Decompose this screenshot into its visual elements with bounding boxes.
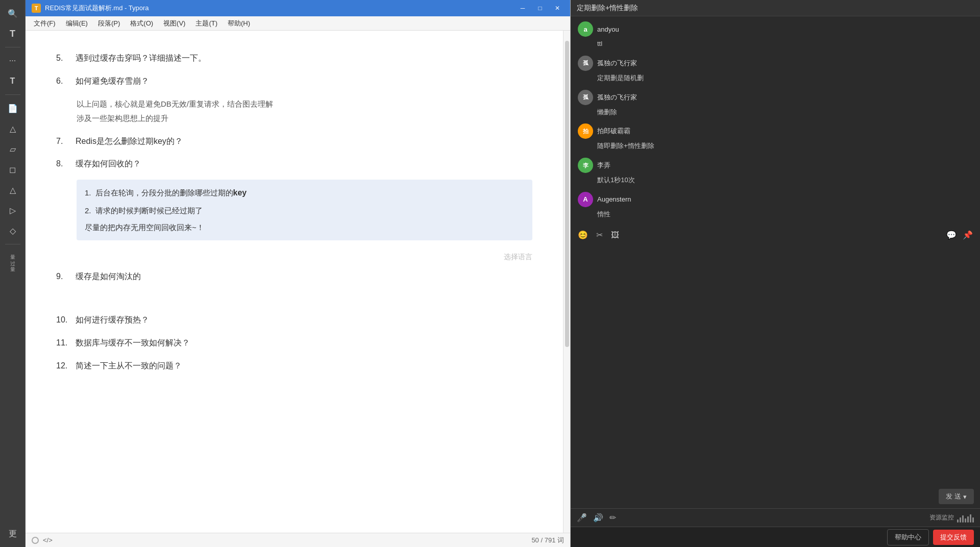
highlight-item-2-text: 请求的时候判断时候已经过期了 bbox=[95, 204, 203, 217]
toolbar-shape6-icon[interactable]: ◇ bbox=[4, 221, 22, 240]
content-item-10: 10. 如何进行缓存预热？ bbox=[56, 313, 532, 328]
item-9-text: 缓存是如何淘汰的 bbox=[76, 269, 141, 284]
right-panel-status-bar: 🎤 🔊 ✏ 资源监控 bbox=[571, 508, 980, 527]
content-item-12: 12. 简述一下主从不一致的问题？ bbox=[56, 359, 532, 374]
item-8-text: 缓存如何回收的？ bbox=[76, 157, 141, 171]
indent-block: 以上问题，核心就是避免DB无效/重复请求，结合图去理解 涉及一些架构思想上的提升 bbox=[77, 97, 532, 126]
toolbar-shape3-icon[interactable]: ◻ bbox=[4, 160, 22, 179]
menu-bar: 文件(F) 编辑(E) 段落(P) 格式(O) 视图(V) 主题(T) 帮助(H… bbox=[26, 16, 570, 31]
chat-tool-icons: 😊 ✂ 🖼 💬 📌 bbox=[578, 226, 973, 244]
toolbar-divider bbox=[5, 47, 20, 47]
toolbar-text-icon[interactable]: T bbox=[4, 24, 22, 43]
username-gudu1: 孤独の飞行家 bbox=[597, 59, 637, 68]
logo-letter: T bbox=[35, 5, 38, 11]
chat-header-linong: 李 李弄 bbox=[578, 158, 973, 173]
toolbar-shape4-icon[interactable]: △ bbox=[4, 181, 22, 199]
highlight-item-1-num: 1. bbox=[85, 186, 91, 201]
status-bar: </> 50 / 791 词 bbox=[26, 533, 570, 547]
item-5-text: 遇到过缓存击穿吗？详细描述一下。 bbox=[76, 51, 206, 66]
image-icon[interactable]: 🖼 bbox=[611, 231, 619, 240]
menu-theme[interactable]: 主题(T) bbox=[191, 17, 222, 30]
toolbar-bottom-icon[interactable]: 更 bbox=[4, 525, 22, 543]
select-language-placeholder[interactable]: 选择语言 bbox=[56, 248, 532, 265]
scissors-icon[interactable]: ✂ bbox=[596, 230, 603, 240]
chat-area[interactable]: a andyou ttl 孤 孤独の飞行家 定期删是随机删 孤 孤独の飞行家 懒… bbox=[571, 16, 980, 485]
status-code-icon[interactable]: </> bbox=[43, 536, 53, 544]
item-12-text: 简述一下主从不一致的问题？ bbox=[76, 359, 182, 374]
toolbar-format-icon[interactable]: T bbox=[4, 72, 22, 90]
content-item-11: 11. 数据库与缓存不一致如何解决？ bbox=[56, 336, 532, 351]
left-toolbar: 🔍 T ··· T 📄 △ ▱ ◻ △ ▷ ◇ 量 过 量 更 bbox=[0, 0, 26, 547]
chat-item-paibaba: 拍 拍郎破霸霸 随即删除+惰性删除 bbox=[578, 123, 973, 152]
avatar-gudu2: 孤 bbox=[578, 90, 593, 105]
toolbar-shape5-icon[interactable]: ▷ bbox=[4, 201, 22, 219]
chat-header-andyou: a andyou bbox=[578, 21, 973, 37]
toolbar-search-icon[interactable]: 🔍 bbox=[4, 4, 22, 22]
chat-header-augenstern: A Augenstern bbox=[578, 192, 973, 207]
toolbar-file-icon[interactable]: 📄 bbox=[4, 99, 22, 117]
right-panel-header: 定期删除+惰性删除 bbox=[571, 0, 980, 16]
toolbar-label2: 过 bbox=[9, 255, 16, 259]
message-input-area: 发 送 ▾ bbox=[571, 485, 980, 508]
feedback-button[interactable]: 提交反馈 bbox=[933, 530, 974, 545]
scrollbar-thumb[interactable] bbox=[565, 41, 569, 347]
content-item-9: 9. 缓存是如何淘汰的 bbox=[56, 269, 532, 284]
close-button[interactable]: ✕ bbox=[551, 3, 564, 13]
menu-file[interactable]: 文件(F) bbox=[30, 17, 60, 30]
menu-view[interactable]: 视图(V) bbox=[159, 17, 189, 30]
toolbar-more-icon[interactable]: ··· bbox=[4, 52, 22, 70]
item-5-num: 5. bbox=[56, 51, 71, 66]
chat-item-gudu1: 孤 孤独の飞行家 定期删是随机删 bbox=[578, 56, 973, 84]
highlight-item-2: 2. 请求的时候判断时候已经过期了 bbox=[85, 204, 524, 217]
send-button[interactable]: 发 送 ▾ bbox=[939, 489, 974, 504]
pin-icon[interactable]: 📌 bbox=[963, 230, 973, 240]
menu-paragraph[interactable]: 段落(P) bbox=[94, 17, 124, 30]
item-10-text: 如何进行缓存预热？ bbox=[76, 313, 149, 328]
right-panel-footer: 帮助中心 提交反馈 bbox=[571, 527, 980, 547]
help-center-button[interactable]: 帮助中心 bbox=[887, 529, 929, 545]
send-arrow-icon: ▾ bbox=[963, 493, 967, 501]
toolbar-shape2-icon[interactable]: ▱ bbox=[4, 140, 22, 158]
avatar-augenstern: A bbox=[578, 192, 593, 207]
highlight-item-1-plain: 后台在轮询，分段分批的删除哪些过期的 bbox=[95, 188, 233, 197]
emoji-icon[interactable]: 😊 bbox=[578, 230, 588, 240]
username-paibaba: 拍郎破霸霸 bbox=[597, 127, 630, 136]
minimize-button[interactable]: ─ bbox=[516, 3, 529, 13]
menu-help[interactable]: 帮助(H) bbox=[224, 17, 254, 30]
send-label: 发 送 bbox=[946, 492, 961, 501]
bar-2 bbox=[960, 517, 961, 523]
avatar-linong: 李 bbox=[578, 158, 593, 173]
bar-6 bbox=[970, 514, 971, 523]
toolbar-shape1-icon[interactable]: △ bbox=[4, 119, 22, 138]
editor-area: 5. 遇到过缓存击穿吗？详细描述一下。 6. 如何避免缓存雪崩？ 以上问题，核心… bbox=[26, 31, 570, 533]
chat-bubble-icon[interactable]: 💬 bbox=[946, 230, 957, 240]
message-input[interactable] bbox=[577, 492, 935, 501]
title-bar: T REDIS常见面试题解析.md - Typora ─ □ ✕ bbox=[26, 0, 570, 16]
bar-4 bbox=[965, 518, 966, 523]
highlight-item-1: 1. 后台在轮询，分段分批的删除哪些过期的key bbox=[85, 186, 524, 201]
bar-3 bbox=[962, 515, 964, 523]
content-item-5: 5. 遇到过缓存击穿吗？详细描述一下。 bbox=[56, 51, 532, 66]
message-linong: 默认1秒10次 bbox=[578, 175, 973, 186]
highlight-item-1-bold: key bbox=[233, 188, 247, 197]
status-circle-icon[interactable] bbox=[32, 537, 39, 544]
editor-scrollbar[interactable] bbox=[563, 31, 570, 533]
chat-header-paibaba: 拍 拍郎破霸霸 bbox=[578, 123, 973, 139]
resource-monitor[interactable]: 资源监控 bbox=[929, 513, 974, 523]
menu-edit[interactable]: 编辑(E) bbox=[62, 17, 92, 30]
item-7-num: 7. bbox=[56, 134, 71, 149]
typora-logo: T bbox=[32, 4, 41, 13]
item-12-num: 12. bbox=[56, 359, 71, 374]
pencil-icon[interactable]: ✏ bbox=[609, 513, 616, 523]
microphone-icon[interactable]: 🎤 bbox=[577, 513, 587, 523]
speaker-icon[interactable]: 🔊 bbox=[593, 513, 603, 523]
highlight-item-1-text: 后台在轮询，分段分批的删除哪些过期的key bbox=[95, 186, 247, 201]
status-left: </> bbox=[32, 536, 53, 544]
word-count: 50 / 791 词 bbox=[531, 536, 564, 545]
right-panel: 定期删除+惰性删除 a andyou ttl 孤 孤独の飞行家 定期删是随机删 … bbox=[571, 0, 980, 547]
chat-item-linong: 李 李弄 默认1秒10次 bbox=[578, 158, 973, 186]
maximize-button[interactable]: □ bbox=[533, 3, 547, 13]
editor-content[interactable]: 5. 遇到过缓存击穿吗？详细描述一下。 6. 如何避免缓存雪崩？ 以上问题，核心… bbox=[26, 31, 563, 533]
window-title: REDIS常见面试题解析.md - Typora bbox=[45, 4, 516, 13]
menu-format[interactable]: 格式(O) bbox=[126, 17, 157, 30]
